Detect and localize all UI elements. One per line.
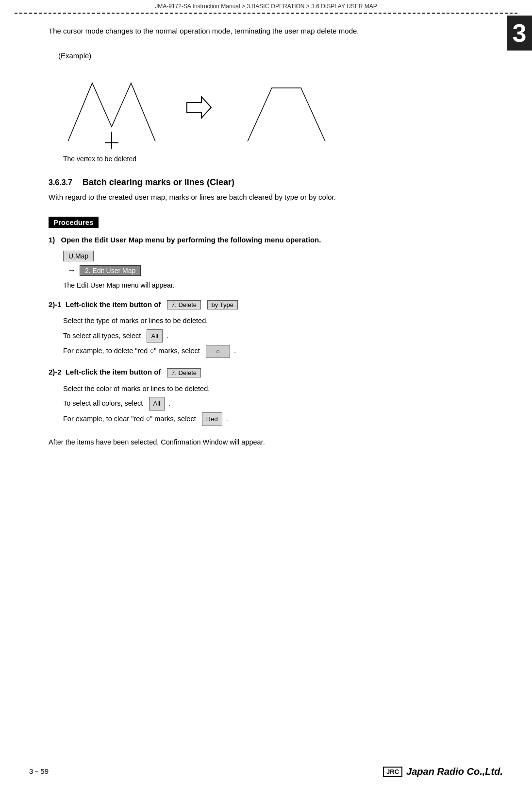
main-content: The cursor mode changes to the normal op… <box>0 16 532 460</box>
all-button-2[interactable]: All <box>149 397 165 410</box>
red-button[interactable]: Red <box>202 412 222 426</box>
jrc-label: JRC <box>383 767 402 777</box>
vertex-label: The vertex to be deleted <box>63 155 493 163</box>
sub-step-2-1-header: 2)-1 Left-click the item button of 7. De… <box>49 300 493 310</box>
red-example-line: For example, to clear "red ○" marks, sel… <box>63 412 493 426</box>
company-name: Japan Radio Co.,Ltd. <box>406 766 503 777</box>
by-type-button[interactable]: by Type <box>207 300 238 309</box>
intro-text: The cursor mode changes to the normal op… <box>49 25 493 37</box>
arrow-right: → <box>67 265 76 275</box>
step-1-text: Open the Edit User Map menu by performin… <box>61 236 321 244</box>
section-heading: 3.6.3.7 Batch clearing marks or lines (C… <box>49 177 493 203</box>
step-2-1-body: Select the type of marks or lines to be … <box>63 314 493 358</box>
sub-step-2-2-text: Left-click the item button of <box>66 368 161 376</box>
step-1-body: U.Map → 2. Edit User Map The Edit User M… <box>63 251 493 291</box>
circle-button[interactable]: ○ <box>206 345 230 358</box>
example-label: (Example) <box>58 51 493 60</box>
all-colors-line: To select all colors, select All . <box>63 397 493 411</box>
before-diagram <box>58 64 165 151</box>
procedures-badge: Procedures <box>49 217 99 228</box>
step-2-2: 2)-2 Left-click the item button of 7. De… <box>49 368 493 426</box>
all-types-line: To select all types, select All . <box>63 329 493 343</box>
section-number: 3.6.3.7 <box>49 178 72 187</box>
step-1: 1) Open the Edit User Map menu by perfor… <box>49 235 493 291</box>
sub-step-2-2-num: 2)-2 <box>49 368 62 376</box>
delete-button-2[interactable]: 7. Delete <box>167 368 201 377</box>
select-color-text: Select the color of marks or lines to be… <box>63 382 493 395</box>
diagram-container <box>58 64 493 151</box>
circle-example-line: For example, to delete "red ○" marks, se… <box>63 344 493 358</box>
sub-step-2-2-header: 2)-2 Left-click the item button of 7. De… <box>49 368 493 377</box>
section-title: Batch clearing marks or lines (Clear) <box>83 177 234 187</box>
step-2-2-body: Select the color of marks or lines to be… <box>63 382 493 426</box>
breadcrumb-text: JMA-9172-SA Instruction Manual > 3.BASIC… <box>155 3 377 10</box>
breadcrumb: JMA-9172-SA Instruction Manual > 3.BASIC… <box>0 0 532 11</box>
edit-user-map-button[interactable]: 2. Edit User Map <box>80 265 141 276</box>
sub-step-2-1-text: Left-click the item button of <box>66 300 161 308</box>
delete-button-1[interactable]: 7. Delete <box>167 300 201 309</box>
final-note: After the items have been selected, Conf… <box>49 436 493 448</box>
menu-row: → 2. Edit User Map <box>63 265 493 276</box>
dashed-separator <box>15 13 517 14</box>
example-section: (Example) The vertex to be deleted <box>58 51 493 163</box>
page-number: 3－59 <box>29 767 49 776</box>
umap-button[interactable]: U.Map <box>63 251 94 261</box>
arrow-diagram <box>184 93 214 122</box>
company-logo: JRC Japan Radio Co.,Ltd. <box>383 766 503 777</box>
sub-step-2-1-num: 2)-1 <box>49 300 62 308</box>
step-1-note: The Edit User Map menu will appear. <box>63 280 493 291</box>
step-2-1: 2)-1 Left-click the item button of 7. De… <box>49 300 493 358</box>
step-1-number: 1) <box>49 236 55 244</box>
footer: 3－59 JRC Japan Radio Co.,Ltd. <box>0 766 532 777</box>
all-button-1[interactable]: All <box>147 329 162 342</box>
after-diagram <box>233 64 340 151</box>
select-type-text: Select the type of marks or lines to be … <box>63 314 493 327</box>
section-description: With regard to the created user map, mar… <box>49 191 493 203</box>
svg-marker-2 <box>187 97 211 118</box>
